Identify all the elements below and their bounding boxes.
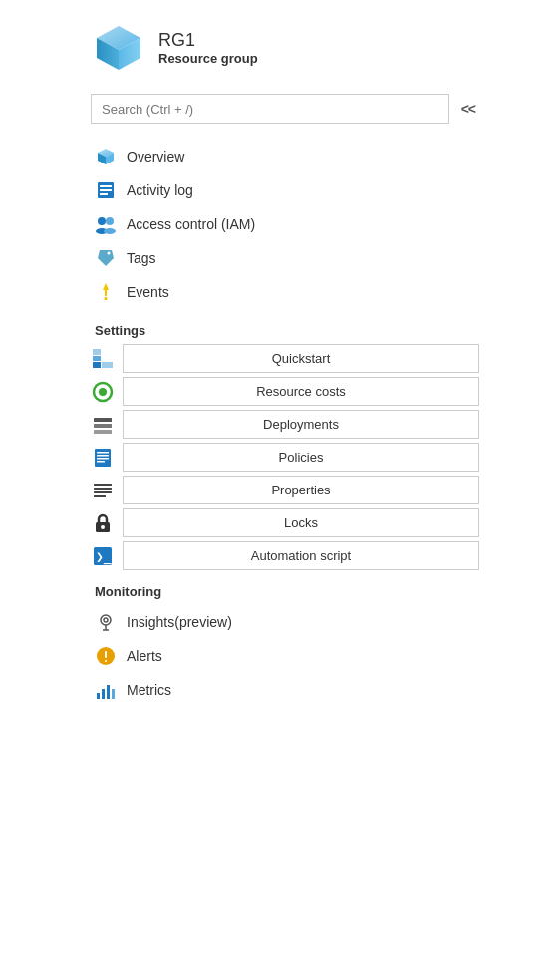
metrics-label: Metrics [127, 682, 171, 698]
metrics-icon [95, 679, 117, 701]
sidebar-item-access-control[interactable]: Access control (IAM) [91, 207, 479, 241]
sidebar-item-metrics[interactable]: Metrics [91, 673, 479, 707]
policies-icon [91, 446, 115, 470]
settings-item-quickstart: Quickstart [91, 344, 479, 373]
svg-point-37 [95, 484, 97, 486]
svg-point-13 [104, 228, 116, 234]
svg-point-40 [95, 495, 97, 497]
svg-point-42 [101, 525, 105, 529]
monitoring-section-title: Monitoring [95, 584, 479, 599]
resource-name: RG1 [158, 30, 258, 51]
svg-point-45 [101, 615, 111, 625]
monitoring-list: Insights(preview) Alerts [91, 605, 479, 707]
svg-point-39 [95, 491, 97, 493]
svg-point-46 [104, 618, 108, 622]
access-control-label: Access control (IAM) [127, 216, 255, 232]
search-input[interactable] [91, 94, 449, 124]
search-row: << [91, 94, 479, 124]
nav-list: Overview Activity log [91, 140, 479, 309]
sidebar-item-alerts[interactable]: Alerts [91, 639, 479, 673]
activity-log-label: Activity log [127, 182, 193, 198]
svg-text:❯_: ❯_ [96, 549, 112, 565]
insights-label: Insights(preview) [127, 614, 232, 630]
overview-label: Overview [127, 149, 184, 164]
svg-rect-21 [93, 349, 101, 355]
svg-rect-17 [105, 290, 107, 296]
svg-point-15 [108, 252, 111, 255]
collapse-button[interactable]: << [457, 99, 479, 119]
settings-item-automation-script: ❯_ Automation script [91, 541, 479, 570]
properties-button[interactable]: Properties [123, 476, 479, 504]
resource-group-icon [91, 20, 146, 76]
overview-icon [95, 146, 117, 167]
svg-point-11 [106, 217, 114, 225]
settings-list: Quickstart Resource costs Deployments [91, 344, 479, 570]
svg-rect-20 [93, 356, 101, 361]
settings-item-locks: Locks [91, 508, 479, 537]
svg-rect-19 [93, 362, 101, 368]
resource-costs-button[interactable]: Resource costs [123, 377, 479, 406]
sidebar-item-overview[interactable]: Overview [91, 140, 479, 173]
svg-rect-25 [94, 418, 112, 422]
sidebar-item-events[interactable]: Events [91, 275, 479, 309]
svg-rect-22 [102, 362, 113, 368]
automation-script-icon: ❯_ [91, 544, 115, 568]
tags-label: Tags [127, 250, 156, 266]
resource-type: Resource group [158, 51, 258, 66]
access-control-icon [95, 213, 117, 235]
svg-point-24 [99, 388, 107, 396]
activity-log-icon [95, 179, 117, 201]
svg-rect-29 [97, 452, 109, 454]
quickstart-button[interactable]: Quickstart [123, 344, 479, 373]
alerts-label: Alerts [127, 648, 162, 664]
svg-rect-55 [112, 689, 115, 699]
automation-script-button[interactable]: Automation script [123, 541, 479, 570]
header-text: RG1 Resource group [158, 30, 258, 66]
sidebar-item-activity-log[interactable]: Activity log [91, 173, 479, 207]
resource-costs-icon [91, 380, 115, 404]
svg-marker-16 [103, 283, 109, 290]
locks-icon [91, 511, 115, 535]
sidebar-item-insights[interactable]: Insights(preview) [91, 605, 479, 639]
settings-item-resource-costs: Resource costs [91, 377, 479, 406]
deployments-icon [91, 413, 115, 437]
svg-rect-26 [94, 424, 112, 428]
tags-icon [95, 247, 117, 269]
svg-marker-14 [98, 250, 114, 266]
events-icon [95, 281, 117, 303]
svg-rect-52 [97, 693, 100, 699]
svg-rect-32 [97, 461, 105, 463]
locks-button[interactable]: Locks [123, 508, 479, 537]
sidebar-header: RG1 Resource group [91, 20, 479, 76]
svg-rect-54 [107, 685, 110, 699]
settings-item-properties: Properties [91, 476, 479, 504]
settings-section-title: Settings [95, 323, 479, 338]
svg-rect-51 [105, 660, 107, 662]
svg-rect-50 [105, 651, 107, 658]
svg-rect-30 [97, 455, 109, 457]
deployments-button[interactable]: Deployments [123, 410, 479, 439]
svg-point-10 [98, 217, 106, 225]
svg-rect-27 [94, 430, 112, 434]
quickstart-icon [91, 347, 115, 371]
svg-rect-31 [97, 458, 109, 460]
svg-rect-7 [100, 185, 112, 187]
sidebar-item-tags[interactable]: Tags [91, 241, 479, 275]
svg-point-38 [95, 488, 97, 490]
svg-rect-8 [100, 189, 112, 191]
svg-rect-53 [102, 689, 105, 699]
properties-icon [91, 479, 115, 502]
svg-rect-9 [100, 193, 108, 195]
events-label: Events [127, 284, 169, 300]
svg-rect-18 [105, 297, 108, 300]
insights-icon [95, 611, 117, 633]
policies-button[interactable]: Policies [123, 443, 479, 472]
settings-item-policies: Policies [91, 443, 479, 472]
settings-item-deployments: Deployments [91, 410, 479, 439]
alerts-icon [95, 645, 117, 667]
